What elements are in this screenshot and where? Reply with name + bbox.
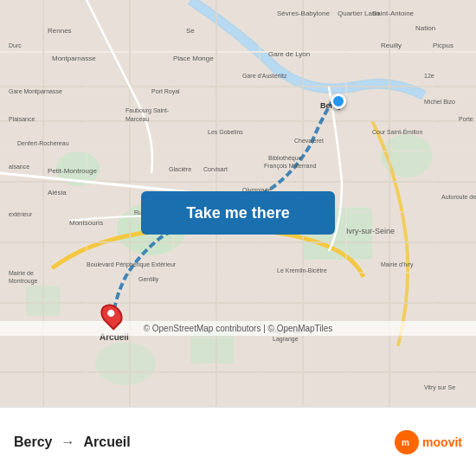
route-arrow-icon: → — [61, 434, 74, 450]
svg-text:Glacière: Glacière — [169, 166, 191, 172]
svg-text:Nation: Nation — [415, 24, 435, 32]
svg-text:Mairie de: Mairie de — [9, 270, 34, 276]
svg-text:Autoroute de: Autoroute de — [441, 194, 476, 200]
svg-text:Se: Se — [186, 27, 195, 35]
svg-text:Durc: Durc — [9, 42, 22, 48]
svg-text:Ivry-sur-Seine: Ivry-sur-Seine — [346, 227, 395, 235]
svg-text:Vitry sur Se: Vitry sur Se — [424, 384, 455, 391]
svg-text:Les Gobelins: Les Gobelins — [208, 129, 243, 135]
svg-text:Michel Bizo: Michel Bizo — [424, 99, 455, 105]
svg-text:Rennes: Rennes — [48, 27, 72, 35]
svg-text:alsance: alsance — [9, 164, 29, 170]
svg-text:12e: 12e — [424, 73, 434, 79]
svg-text:Port Royal: Port Royal — [151, 88, 180, 95]
svg-text:Picpus: Picpus — [433, 42, 453, 49]
svg-text:Saint-Antoine: Saint-Antoine — [372, 10, 415, 17]
svg-text:Petit-Montrouge: Petit-Montrouge — [48, 167, 97, 175]
svg-text:François Mitterrand: François Mitterrand — [264, 163, 316, 170]
svg-text:extérieur: extérieur — [9, 211, 33, 217]
svg-text:Mairie d'Ivry: Mairie d'Ivry — [381, 261, 414, 268]
moovit-icon: m — [395, 430, 419, 454]
svg-text:Place Monge: Place Monge — [173, 55, 214, 62]
svg-text:Cour Saint-Émillon: Cour Saint-Émillon — [372, 128, 422, 135]
svg-text:Gentilly: Gentilly — [138, 276, 159, 283]
svg-text:Faubourg Saint-: Faubourg Saint- — [125, 107, 170, 114]
svg-text:Corvisart: Corvisart — [203, 166, 228, 172]
svg-text:Marceau: Marceau — [125, 116, 149, 122]
svg-text:Alésia: Alésia — [48, 189, 67, 196]
map-attribution: © OpenStreetMap contributors | © OpenMap… — [0, 321, 476, 336]
route-from-label: Bercy — [14, 434, 52, 450]
svg-text:Montrouge: Montrouge — [9, 278, 38, 285]
svg-text:Sèvres-Babylone: Sèvres-Babylone — [277, 10, 330, 17]
svg-text:Chevaleret: Chevaleret — [294, 138, 324, 144]
route-to-label: Arcueil — [83, 434, 130, 450]
svg-text:Lagrange: Lagrange — [273, 336, 299, 343]
svg-point-6 — [95, 342, 156, 385]
svg-text:Boulevard Périphérique Extérie: Boulevard Périphérique Extérieur — [87, 261, 177, 268]
bottom-bar: Bercy → Arcueil m moovit — [0, 407, 476, 476]
svg-text:m: m — [402, 438, 409, 447]
svg-text:Reuilly: Reuilly — [381, 42, 402, 49]
moovit-text: moovit — [422, 435, 462, 449]
take-me-there-button[interactable]: Take me there — [141, 191, 335, 235]
svg-text:Porte: Porte — [459, 116, 473, 122]
svg-text:Denfert-Rochereau: Denfert-Rochereau — [17, 140, 69, 146]
origin-marker — [331, 93, 346, 109]
svg-text:Plaisance: Plaisance — [9, 116, 35, 122]
svg-text:Gare d'Austerlitz: Gare d'Austerlitz — [242, 73, 287, 79]
svg-text:Montsouris: Montsouris — [69, 219, 103, 227]
destination-marker — [102, 303, 121, 327]
moovit-logo: m moovit — [395, 430, 462, 454]
map-container: Sèvres-Babylone Quartier Latin Saint-Ant… — [0, 0, 476, 407]
svg-text:Gare de Lyon: Gare de Lyon — [268, 50, 310, 58]
svg-text:Le Kremlin-Bicêtre: Le Kremlin-Bicêtre — [277, 267, 327, 273]
svg-text:Gare Montparnasse: Gare Montparnasse — [9, 88, 62, 95]
svg-text:Bibliothèque: Bibliothèque — [268, 155, 302, 162]
svg-text:Montparnasse: Montparnasse — [52, 55, 96, 62]
